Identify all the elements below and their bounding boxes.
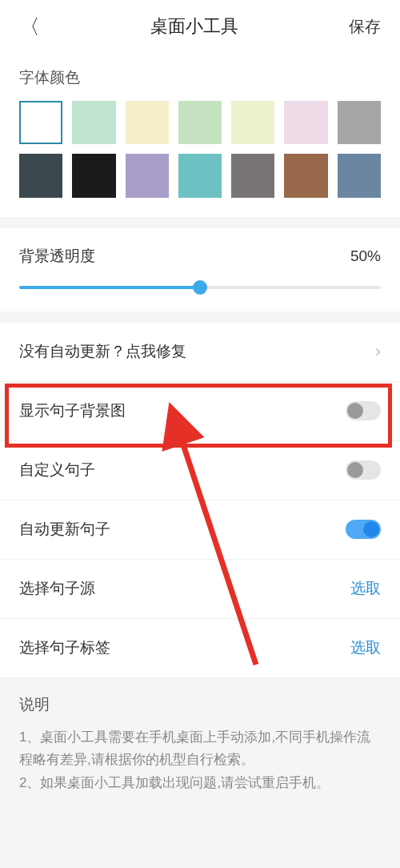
header-bar: 〈 桌面小工具 保存 bbox=[0, 0, 400, 53]
color-swatch-12[interactable] bbox=[284, 154, 327, 197]
description-line-2: 2、如果桌面小工具加载出现问题,请尝试重启手机。 bbox=[19, 772, 381, 795]
opacity-label: 背景透明度 bbox=[19, 246, 95, 267]
description-title: 说明 bbox=[19, 694, 381, 715]
color-swatch-8[interactable] bbox=[72, 154, 115, 197]
description-section: 说明 1、桌面小工具需要在手机桌面上手动添加,不同手机操作流程略有差异,请根据你… bbox=[0, 678, 400, 812]
description-line-1: 1、桌面小工具需要在手机桌面上手动添加,不同手机操作流程略有差异,请根据你的机型… bbox=[19, 726, 381, 773]
show-bg-label: 显示句子背景图 bbox=[19, 400, 126, 421]
show-bg-row: 显示句子背景图 bbox=[0, 382, 400, 441]
opacity-slider[interactable] bbox=[19, 286, 381, 289]
color-swatch-1[interactable] bbox=[72, 101, 115, 144]
select-tag-label: 选择句子标签 bbox=[19, 637, 110, 658]
color-grid bbox=[19, 101, 381, 198]
auto-update-toggle[interactable] bbox=[346, 520, 381, 539]
page-title: 桌面小工具 bbox=[150, 14, 238, 38]
color-swatch-2[interactable] bbox=[126, 101, 169, 144]
font-color-label: 字体颜色 bbox=[19, 67, 381, 88]
show-bg-toggle[interactable] bbox=[346, 401, 381, 420]
opacity-value: 50% bbox=[350, 247, 381, 265]
select-tag-action[interactable]: 选取 bbox=[350, 637, 381, 658]
slider-fill bbox=[19, 286, 200, 289]
repair-row[interactable]: 没有自动更新？点我修复 › bbox=[0, 323, 400, 382]
custom-sentence-toggle[interactable] bbox=[346, 460, 381, 480]
auto-update-label: 自动更新句子 bbox=[19, 519, 110, 540]
select-source-row[interactable]: 选择句子源 选取 bbox=[0, 560, 400, 619]
auto-update-row: 自动更新句子 bbox=[0, 500, 400, 560]
color-swatch-9[interactable] bbox=[126, 154, 169, 197]
back-icon[interactable]: 〈 bbox=[19, 13, 40, 41]
divider bbox=[0, 217, 400, 228]
custom-sentence-row: 自定义句子 bbox=[0, 441, 400, 500]
toggle-knob bbox=[347, 403, 363, 419]
repair-label: 没有自动更新？点我修复 bbox=[19, 341, 186, 362]
select-tag-row[interactable]: 选择句子标签 选取 bbox=[0, 619, 400, 678]
color-swatch-11[interactable] bbox=[231, 154, 274, 197]
save-button[interactable]: 保存 bbox=[349, 16, 381, 38]
custom-sentence-label: 自定义句子 bbox=[19, 460, 95, 480]
color-swatch-7[interactable] bbox=[19, 154, 62, 197]
color-swatch-10[interactable] bbox=[178, 154, 222, 197]
color-swatch-6[interactable] bbox=[338, 101, 381, 144]
select-source-label: 选择句子源 bbox=[19, 578, 95, 599]
font-color-section: 字体颜色 bbox=[0, 53, 400, 217]
toggle-knob bbox=[363, 521, 379, 537]
color-swatch-5[interactable] bbox=[284, 101, 327, 144]
color-swatch-4[interactable] bbox=[231, 101, 274, 144]
color-swatch-3[interactable] bbox=[178, 101, 222, 144]
chevron-right-icon: › bbox=[375, 341, 381, 362]
color-swatch-13[interactable] bbox=[338, 154, 381, 197]
color-swatch-0[interactable] bbox=[19, 101, 62, 144]
opacity-section: 背景透明度 50% bbox=[0, 228, 400, 311]
divider bbox=[0, 311, 400, 323]
slider-thumb[interactable] bbox=[193, 280, 207, 295]
select-source-action[interactable]: 选取 bbox=[350, 578, 381, 599]
toggle-knob bbox=[347, 462, 363, 478]
